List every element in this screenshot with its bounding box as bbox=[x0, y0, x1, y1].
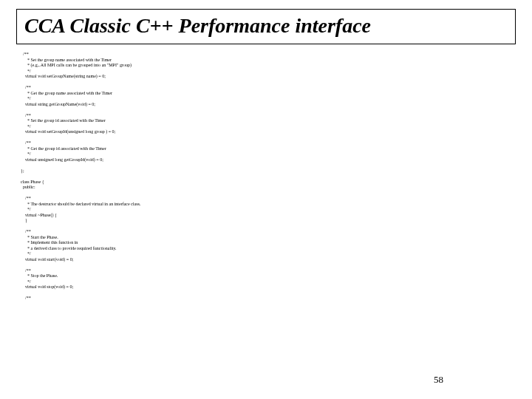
page-number: 58 bbox=[434, 374, 443, 386]
slide-title: CCA Classic C++ Performance interface bbox=[24, 14, 508, 38]
code-listing: /** * Set the group name associated with… bbox=[21, 52, 488, 301]
title-container: CCA Classic C++ Performance interface bbox=[16, 9, 516, 44]
